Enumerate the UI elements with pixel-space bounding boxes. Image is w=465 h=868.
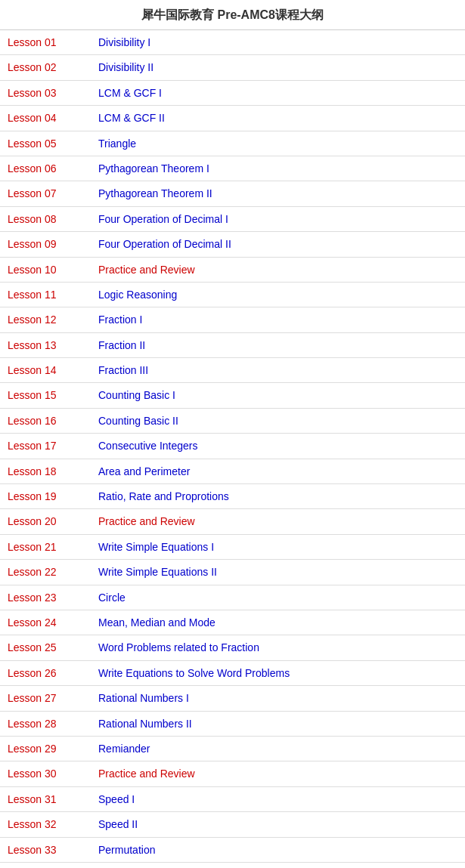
table-row: Lesson 23Circle bbox=[0, 585, 465, 610]
lesson-topic: Practice and Review bbox=[91, 761, 465, 786]
lesson-topic: Pythagorean Theorem I bbox=[91, 156, 465, 181]
lesson-topic: Rational Numbers II bbox=[91, 711, 465, 736]
lesson-number: Lesson 32 bbox=[0, 812, 91, 837]
lesson-number: Lesson 31 bbox=[0, 786, 91, 811]
lesson-number: Lesson 12 bbox=[0, 307, 91, 332]
lesson-topic: Four Operation of Decimal II bbox=[91, 232, 465, 257]
lesson-number: Lesson 03 bbox=[0, 80, 91, 105]
table-row: Lesson 03LCM & GCF I bbox=[0, 80, 465, 105]
lesson-number: Lesson 11 bbox=[0, 282, 91, 307]
lesson-topic: Fraction II bbox=[91, 332, 465, 357]
table-row: Lesson 32Speed II bbox=[0, 812, 465, 837]
lesson-number: Lesson 18 bbox=[0, 459, 91, 483]
lesson-number: Lesson 33 bbox=[0, 837, 91, 862]
lesson-number: Lesson 19 bbox=[0, 484, 91, 509]
lesson-number: Lesson 14 bbox=[0, 358, 91, 383]
lesson-number: Lesson 28 bbox=[0, 711, 91, 736]
lesson-topic: Divisibility I bbox=[91, 30, 465, 55]
table-row: Lesson 33Permutation bbox=[0, 837, 465, 862]
lesson-number: Lesson 26 bbox=[0, 660, 91, 685]
table-row: Lesson 12Fraction I bbox=[0, 307, 465, 332]
table-row: Lesson 14Fraction III bbox=[0, 358, 465, 383]
lesson-number: Lesson 29 bbox=[0, 736, 91, 761]
lesson-number: Lesson 22 bbox=[0, 560, 91, 585]
lesson-number: Lesson 20 bbox=[0, 509, 91, 534]
table-row: Lesson 06Pythagorean Theorem I bbox=[0, 156, 465, 181]
table-row: Lesson 18Area and Perimeter bbox=[0, 459, 465, 483]
lesson-number: Lesson 30 bbox=[0, 761, 91, 786]
lesson-topic: Pythagorean Theorem II bbox=[91, 181, 465, 206]
lesson-topic: Write Simple Equations II bbox=[91, 560, 465, 585]
table-row: Lesson 01Divisibility I bbox=[0, 30, 465, 55]
lesson-topic: Speed I bbox=[91, 786, 465, 811]
lesson-number: Lesson 21 bbox=[0, 534, 91, 559]
lesson-topic: Logic Reasoning bbox=[91, 282, 465, 307]
table-row: Lesson 29Remiander bbox=[0, 736, 465, 761]
lesson-number: Lesson 06 bbox=[0, 156, 91, 181]
lesson-topic: Counting Basic I bbox=[91, 383, 465, 408]
lesson-number: Lesson 04 bbox=[0, 106, 91, 131]
lesson-number: Lesson 27 bbox=[0, 686, 91, 711]
lesson-topic: Counting Basic II bbox=[91, 408, 465, 433]
lesson-topic: Remiander bbox=[91, 736, 465, 761]
lesson-number: Lesson 02 bbox=[0, 55, 91, 80]
lesson-number: Lesson 08 bbox=[0, 206, 91, 231]
table-row: Lesson 28Rational Numbers II bbox=[0, 711, 465, 736]
table-row: Lesson 25Word Problems related to Fracti… bbox=[0, 635, 465, 660]
table-row: Lesson 15Counting Basic I bbox=[0, 383, 465, 408]
lesson-topic: Practice and Review bbox=[91, 509, 465, 534]
lesson-topic: Triangle bbox=[91, 131, 465, 156]
lesson-topic: Write Simple Equations I bbox=[91, 534, 465, 559]
table-row: Lesson 05Triangle bbox=[0, 131, 465, 156]
lesson-topic: Mean, Median and Mode bbox=[91, 610, 465, 635]
lesson-topic: LCM & GCF I bbox=[91, 80, 465, 105]
lesson-topic: Fraction I bbox=[91, 307, 465, 332]
table-row: Lesson 22Write Simple Equations II bbox=[0, 560, 465, 585]
table-row: Lesson 34Combination bbox=[0, 862, 465, 868]
table-row: Lesson 16Counting Basic II bbox=[0, 408, 465, 433]
lesson-number: Lesson 05 bbox=[0, 131, 91, 156]
lesson-number: Lesson 15 bbox=[0, 383, 91, 408]
table-row: Lesson 17Consecutive Integers bbox=[0, 434, 465, 459]
lesson-topic: Four Operation of Decimal I bbox=[91, 206, 465, 231]
lesson-topic: Divisibility II bbox=[91, 55, 465, 80]
lesson-number: Lesson 01 bbox=[0, 30, 91, 55]
table-row: Lesson 31Speed I bbox=[0, 786, 465, 811]
lesson-topic: Practice and Review bbox=[91, 257, 465, 282]
lesson-topic: Circle bbox=[91, 585, 465, 610]
lesson-number: Lesson 34 bbox=[0, 862, 91, 868]
table-row: Lesson 10Practice and Review bbox=[0, 257, 465, 282]
lesson-number: Lesson 23 bbox=[0, 585, 91, 610]
lesson-number: Lesson 09 bbox=[0, 232, 91, 257]
lesson-topic: Speed II bbox=[91, 812, 465, 837]
lesson-number: Lesson 16 bbox=[0, 408, 91, 433]
lesson-table: Lesson 01Divisibility ILesson 02Divisibi… bbox=[0, 30, 465, 868]
lesson-topic: Ratio, Rate and Proprotions bbox=[91, 484, 465, 509]
table-row: Lesson 27Rational Numbers I bbox=[0, 686, 465, 711]
lesson-number: Lesson 24 bbox=[0, 610, 91, 635]
table-row: Lesson 21Write Simple Equations I bbox=[0, 534, 465, 559]
lesson-topic: Combination bbox=[91, 862, 465, 868]
lesson-topic: Write Equations to Solve Word Problems bbox=[91, 660, 465, 685]
lesson-topic: Word Problems related to Fraction bbox=[91, 635, 465, 660]
table-row: Lesson 02Divisibility II bbox=[0, 55, 465, 80]
table-row: Lesson 19Ratio, Rate and Proprotions bbox=[0, 484, 465, 509]
table-row: Lesson 20Practice and Review bbox=[0, 509, 465, 534]
table-row: Lesson 30Practice and Review bbox=[0, 761, 465, 786]
table-row: Lesson 04LCM & GCF II bbox=[0, 106, 465, 131]
lesson-topic: LCM & GCF II bbox=[91, 106, 465, 131]
table-row: Lesson 24Mean, Median and Mode bbox=[0, 610, 465, 635]
lesson-number: Lesson 13 bbox=[0, 332, 91, 357]
lesson-topic: Rational Numbers I bbox=[91, 686, 465, 711]
lesson-topic: Area and Perimeter bbox=[91, 459, 465, 483]
table-row: Lesson 11Logic Reasoning bbox=[0, 282, 465, 307]
lesson-topic: Consecutive Integers bbox=[91, 434, 465, 459]
table-row: Lesson 26Write Equations to Solve Word P… bbox=[0, 660, 465, 685]
lesson-number: Lesson 07 bbox=[0, 181, 91, 206]
page-title: 犀牛国际教育 Pre-AMC8课程大纲 bbox=[0, 0, 465, 30]
table-row: Lesson 08Four Operation of Decimal I bbox=[0, 206, 465, 231]
table-row: Lesson 07Pythagorean Theorem II bbox=[0, 181, 465, 206]
lesson-number: Lesson 10 bbox=[0, 257, 91, 282]
table-row: Lesson 09Four Operation of Decimal II bbox=[0, 232, 465, 257]
lesson-number: Lesson 25 bbox=[0, 635, 91, 660]
